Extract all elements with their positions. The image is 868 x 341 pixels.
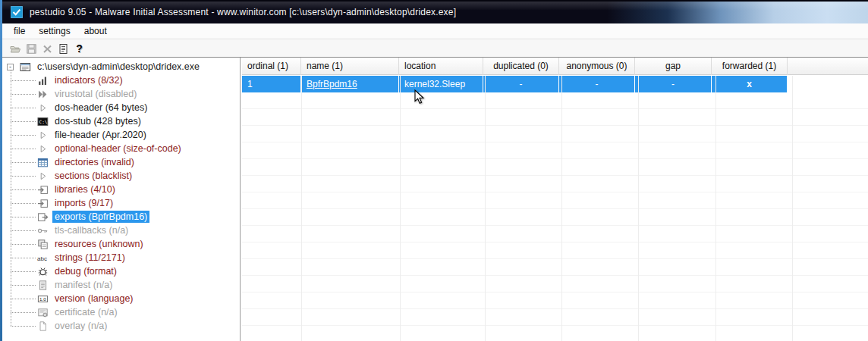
- exe-file-icon: [19, 61, 31, 73]
- save-button[interactable]: [24, 41, 39, 56]
- tree-item-dos-stub[interactable]: C:\dos-stub (428 bytes): [2, 114, 240, 128]
- window-title: pestudio 9.05 - Malware Initial Assessme…: [30, 7, 456, 17]
- tree-item-certificate[interactable]: certificate (n/a): [2, 305, 240, 319]
- tree-item-optional-header[interactable]: optional-header (size-of-code): [2, 142, 240, 155]
- menu-item-settings[interactable]: settings: [32, 24, 77, 38]
- tree-item-label-overlay: overlay (n/a): [52, 320, 109, 332]
- tree-item-version[interactable]: 1.0version (language): [2, 292, 240, 305]
- tree-item-exports[interactable]: exports (BpfrBpdm16): [2, 210, 240, 224]
- column-grid-line: [638, 76, 639, 341]
- table-icon: [36, 157, 49, 168]
- tree-item-file-header[interactable]: file-header (Apr.2020): [2, 128, 240, 142]
- cell-anonymous: -: [559, 76, 635, 92]
- abc-icon: abc: [36, 252, 49, 264]
- column-grid-line: [400, 76, 401, 341]
- open-folder-button[interactable]: [8, 41, 24, 56]
- tree-item-label-resources: resources (unknown): [52, 238, 146, 250]
- tree-item-label-strings: strings (11/2171): [52, 252, 127, 264]
- bug-icon: [36, 266, 49, 277]
- scroll-icon: [36, 280, 49, 291]
- tree-panel: - c:\users\dyn-admin\desktop\dridex.exe …: [2, 58, 240, 341]
- close-file-button[interactable]: [39, 41, 55, 56]
- certificate-icon: [36, 307, 49, 318]
- tree-item-label-certificate: certificate (n/a): [52, 306, 120, 318]
- menu-item-about[interactable]: about: [77, 24, 114, 38]
- menu-item-file[interactable]: file: [7, 24, 32, 38]
- tree-item-debug[interactable]: debug (format): [2, 264, 240, 278]
- tree-item-label-sections: sections (blacklist): [52, 170, 134, 182]
- tree-item-label-version: version (language): [52, 293, 136, 305]
- column-header-gap[interactable]: gap: [635, 58, 712, 75]
- tree-item-indicators[interactable]: indicators (8/32): [2, 74, 240, 87]
- mouse-cursor: [414, 89, 425, 105]
- tree-item-directories[interactable]: directories (invalid): [2, 155, 240, 169]
- tree-items: indicators (8/32)virustotal (disabled)do…: [2, 74, 240, 333]
- toolbar: ?: [2, 40, 868, 58]
- expand-arrow-icon: [36, 143, 49, 155]
- tree-root-label: c:\users\dyn-admin\desktop\dridex.exe: [35, 61, 202, 73]
- tree-item-overlay[interactable]: overlay (n/a): [2, 319, 240, 333]
- svg-text:C:\: C:\: [39, 118, 47, 124]
- column-header-anonymous[interactable]: anonymous (0): [559, 58, 635, 75]
- column-grid-line: [301, 76, 302, 341]
- tree-item-label-file-header: file-header (Apr.2020): [52, 129, 149, 141]
- tree-item-libraries[interactable]: libraries (4/10): [2, 183, 240, 196]
- cell-duplicated: -: [483, 76, 559, 92]
- bar-chart-icon: [36, 75, 49, 86]
- report-button[interactable]: [55, 41, 71, 56]
- column-header-duplicated[interactable]: duplicated (0): [483, 58, 559, 75]
- export-row[interactable]: 1BpfrBpdm16kernel32.Sleep---x: [242, 76, 788, 92]
- tree-item-tls-callbacks[interactable]: tls-callbacks (n/a): [2, 224, 240, 237]
- tree-item-label-indicators: indicators (8/32): [52, 74, 125, 86]
- export-doc-icon: [36, 211, 49, 223]
- help-button[interactable]: ?: [71, 41, 87, 56]
- column-header-location[interactable]: location: [399, 58, 483, 75]
- import-box-icon: [36, 184, 49, 196]
- table-empty-grid: [242, 92, 868, 341]
- column-grid-line: [715, 76, 716, 341]
- column-header-ordinal[interactable]: ordinal (1): [242, 58, 301, 75]
- pestudio-window: pestudio 9.05 - Malware Initial Assessme…: [0, 0, 868, 341]
- tree-item-label-optional-header: optional-header (size-of-code): [52, 142, 184, 155]
- cell-location: kernel32.Sleep: [399, 76, 483, 92]
- tree-item-dos-header[interactable]: dos-header (64 bytes): [2, 101, 240, 114]
- tree-item-manifest[interactable]: manifest (n/a): [2, 278, 240, 292]
- tree-item-label-dos-stub: dos-stub (428 bytes): [52, 115, 143, 127]
- cell-ordinal: 1: [242, 76, 301, 92]
- tree-item-virustotal[interactable]: virustotal (disabled): [2, 87, 240, 101]
- column-grid-line: [485, 76, 486, 341]
- tree-item-label-exports: exports (BpfrBpdm16): [52, 211, 149, 223]
- virustotal-icon: [36, 89, 49, 100]
- tree-item-sections[interactable]: sections (blacklist): [2, 169, 240, 183]
- cell-gap: -: [635, 76, 712, 92]
- page-icon: [36, 321, 49, 332]
- tree-item-label-directories: directories (invalid): [52, 156, 137, 168]
- tree-item-label-debug: debug (format): [52, 265, 119, 277]
- svg-text:abc: abc: [37, 255, 47, 261]
- import-box-icon: [36, 198, 49, 209]
- console-icon: C:\: [36, 116, 49, 127]
- column-header-name[interactable]: name (1): [301, 58, 399, 75]
- tree-item-label-libraries: libraries (4/10): [52, 183, 118, 196]
- svg-text:1.0: 1.0: [39, 296, 46, 301]
- column-header-forwarded[interactable]: forwarded (1): [712, 58, 788, 75]
- tree-item-label-tls-callbacks: tls-callbacks (n/a): [52, 224, 131, 236]
- expand-arrow-icon: [36, 130, 49, 141]
- tree-root-file[interactable]: - c:\users\dyn-admin\desktop\dridex.exe: [2, 60, 240, 74]
- tree-item-label-virustotal: virustotal (disabled): [52, 88, 139, 100]
- expand-arrow-icon: [36, 170, 49, 182]
- pestudio-app-icon: [11, 6, 23, 18]
- menubar: filesettingsabout: [2, 23, 868, 39]
- tree-item-strings[interactable]: abcstrings (11/2171): [2, 251, 240, 264]
- tree-item-resources[interactable]: resources (unknown): [2, 237, 240, 251]
- tree-item-label-imports: imports (9/17): [52, 197, 115, 209]
- tree-item-imports[interactable]: imports (9/17): [2, 196, 240, 210]
- cell-forwarded: x: [712, 76, 788, 92]
- table-header: ordinal (1)name (1)locationduplicated (0…: [242, 58, 868, 75]
- titlebar[interactable]: pestudio 9.05 - Malware Initial Assessme…: [0, 0, 868, 23]
- expand-arrow-icon: [36, 102, 49, 114]
- column-grid-line: [792, 76, 793, 341]
- tree-item-label-dos-header: dos-header (64 bytes): [52, 102, 149, 114]
- cell-name: BpfrBpdm16: [301, 76, 399, 92]
- key-icon: [36, 225, 49, 236]
